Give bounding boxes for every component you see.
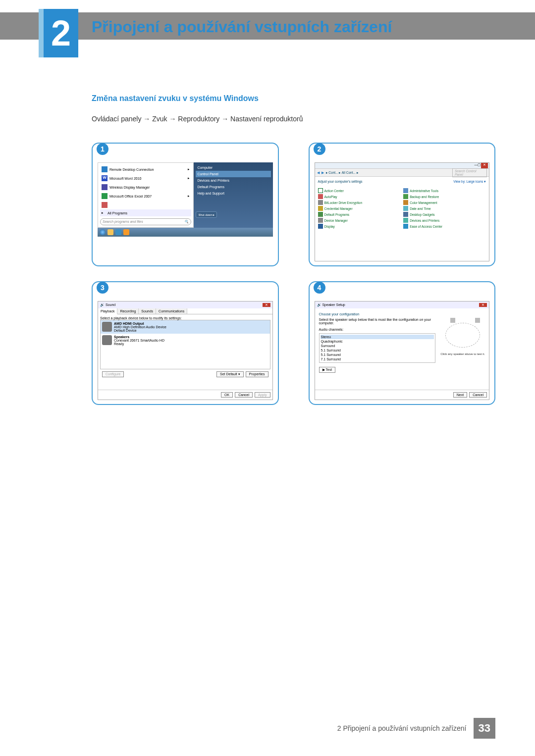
app-icon xyxy=(102,184,107,190)
search-icon: 🔍 xyxy=(184,220,189,224)
speaker-test-hint: Click any speaker above to test it. xyxy=(440,353,485,355)
gadgets-icon xyxy=(403,212,408,217)
start-right-link[interactable]: Devices and Printers xyxy=(196,177,270,184)
channel-option[interactable]: Surround xyxy=(321,344,434,348)
cp-item[interactable]: Default Programs xyxy=(318,212,401,217)
app-icon xyxy=(102,166,107,172)
step-number-badge: 1 xyxy=(97,143,108,155)
taskbar xyxy=(98,228,273,237)
shutdown-button[interactable]: Shut down ▸ xyxy=(196,211,217,218)
cp-item[interactable]: Color Management xyxy=(403,200,486,205)
step-number-badge: 4 xyxy=(314,282,325,294)
apply-button[interactable]: Apply xyxy=(255,392,270,398)
tab-communications[interactable]: Communications xyxy=(156,308,187,314)
channel-option[interactable]: 5.1 Surround xyxy=(321,348,434,353)
playback-device[interactable]: AMD HDMI OutputAMD High Definition Audio… xyxy=(101,320,270,334)
chapter-number: 2 xyxy=(51,13,71,53)
cp-item[interactable]: Administrative Tools xyxy=(403,188,486,193)
color-icon xyxy=(403,200,408,205)
cp-search[interactable]: Search Control Panel xyxy=(452,168,487,177)
speaker-diagram-icon[interactable] xyxy=(475,318,480,323)
tab-playback[interactable]: Playback xyxy=(98,308,117,314)
step-1: 1 Remote Desktop Connection▸ WMicrosoft … xyxy=(92,143,279,266)
start-right-link[interactable]: Default Programs xyxy=(196,184,270,190)
ie-icon[interactable] xyxy=(115,229,121,235)
step-2: 2 —▢✕ ◀ ▶ ▸ Cont... ▸ All Cont... ▸ Sear… xyxy=(309,143,496,266)
step-number-badge: 3 xyxy=(97,282,108,294)
start-menu-item[interactable] xyxy=(100,201,191,209)
speaker-diagram-room xyxy=(445,323,480,348)
audio-channels-list[interactable]: Stereo Quadraphonic Surround 5.1 Surroun… xyxy=(319,333,436,363)
tab-sounds[interactable]: Sounds xyxy=(139,308,156,314)
start-menu-item[interactable]: WMicrosoft Word 2010▸ xyxy=(100,174,191,183)
configure-button[interactable]: Configure xyxy=(102,371,124,377)
cp-item[interactable]: Credential Manager xyxy=(318,206,401,211)
start-search[interactable]: Search programs and files🔍 xyxy=(100,218,191,225)
cp-nav: ◀ ▶ ▸ Cont... ▸ All Cont... ▸ Search Con… xyxy=(315,169,489,177)
tab-recording[interactable]: Recording xyxy=(117,308,139,314)
speaker-config-heading: Choose your configuration xyxy=(319,312,485,316)
setdefault-button[interactable]: Set Default ▾ xyxy=(216,371,244,377)
start-right-link[interactable]: Help and Support xyxy=(196,190,270,197)
cp-viewby[interactable]: View by: Large icons ▾ xyxy=(453,180,486,185)
cancel-button[interactable]: Cancel xyxy=(235,392,253,398)
devmgr-icon xyxy=(318,218,323,223)
cancel-button[interactable]: Cancel xyxy=(469,392,487,398)
ease-icon xyxy=(403,224,408,229)
cp-breadcrumb[interactable]: ▸ Cont... ▸ All Cont... ▸ xyxy=(326,171,359,175)
explorer-icon[interactable] xyxy=(107,229,113,235)
start-menu-item[interactable]: Microsoft Office Excel 2007▸ xyxy=(100,192,191,201)
playback-device[interactable]: SpeakersConexant 20671 SmartAudio HDRead… xyxy=(101,334,270,347)
start-right-link[interactable]: Computer xyxy=(196,164,270,171)
playback-hint: Select a playback device below to modify… xyxy=(100,316,270,320)
audio-channels-label: Audio channels: xyxy=(319,328,436,331)
cp-adjust-label: Adjust your computer's settings xyxy=(318,180,363,183)
next-button[interactable]: Next xyxy=(453,392,467,398)
cp-item[interactable]: Backup and Restore xyxy=(403,194,486,199)
cp-item[interactable]: Devices and Printers xyxy=(403,218,486,223)
nav-back-icon[interactable]: ◀ xyxy=(317,171,320,175)
all-programs[interactable]: ▸All Programs xyxy=(100,209,191,216)
test-button[interactable]: ▶ Test xyxy=(319,367,336,373)
start-menu-item[interactable]: Wireless Display Manager xyxy=(100,183,191,192)
speaker-diagram-icon[interactable] xyxy=(450,318,455,323)
start-orb-icon[interactable] xyxy=(100,229,106,235)
bitlocker-icon xyxy=(318,200,323,205)
cp-item[interactable]: AutoPlay xyxy=(318,194,401,199)
close-icon[interactable]: ✕ xyxy=(263,303,270,307)
channel-option[interactable]: Stereo xyxy=(321,335,434,339)
nav-fwd-icon[interactable]: ▶ xyxy=(321,171,324,175)
page-footer: 2 Připojení a používání vstupních zaříze… xyxy=(337,718,495,739)
ok-button[interactable]: OK xyxy=(221,392,233,398)
word-icon: W xyxy=(102,175,107,181)
step-4-screenshot: 🔊 Speaker Setup✕ Choose your configurati… xyxy=(315,301,490,400)
cp-item[interactable]: Action Center xyxy=(318,188,401,193)
channel-option[interactable]: Quadraphonic xyxy=(321,339,434,344)
content-area: Změna nastavení zvuku v systému Windows … xyxy=(92,94,495,405)
cp-item[interactable]: BitLocker Drive Encryption xyxy=(318,200,401,205)
chapter-number-box: 2 xyxy=(44,9,78,57)
speaker-setup-icon: 🔊 xyxy=(317,303,321,306)
chapter-title: Připojení a používání vstupních zařízení xyxy=(92,18,392,36)
channel-option[interactable]: 5.1 Surround xyxy=(321,353,434,357)
settings-breadcrumb: Ovládací panely → Zvuk → Reproduktory → … xyxy=(92,115,495,123)
step-2-screenshot: —▢✕ ◀ ▶ ▸ Cont... ▸ All Cont... ▸ Search… xyxy=(315,162,490,261)
start-menu-item[interactable]: Remote Desktop Connection▸ xyxy=(100,165,191,174)
start-right-link-control-panel[interactable]: Control Panel xyxy=(196,171,270,177)
cp-item[interactable]: Desktop Gadgets xyxy=(403,212,486,217)
cp-item[interactable]: Date and Time xyxy=(403,206,486,211)
step-1-screenshot: Remote Desktop Connection▸ WMicrosoft Wo… xyxy=(98,162,273,261)
footer-text: 2 Připojení a používání vstupních zaříze… xyxy=(337,724,474,732)
cp-item[interactable]: Ease of Access Center xyxy=(403,224,486,229)
properties-button[interactable]: Properties xyxy=(246,371,268,377)
display-icon xyxy=(318,224,323,229)
chapter-accent xyxy=(39,9,44,57)
close-icon[interactable]: ✕ xyxy=(481,163,488,168)
cp-item[interactable]: Device Manager xyxy=(318,218,401,223)
channel-option[interactable]: 7.1 Surround xyxy=(321,357,434,361)
close-icon[interactable]: ✕ xyxy=(479,303,487,307)
cp-item[interactable]: Display xyxy=(318,224,401,229)
media-icon[interactable] xyxy=(123,229,129,235)
datetime-icon xyxy=(403,206,408,211)
speaker-config-instr: Select the speaker setup below that is m… xyxy=(319,318,436,325)
